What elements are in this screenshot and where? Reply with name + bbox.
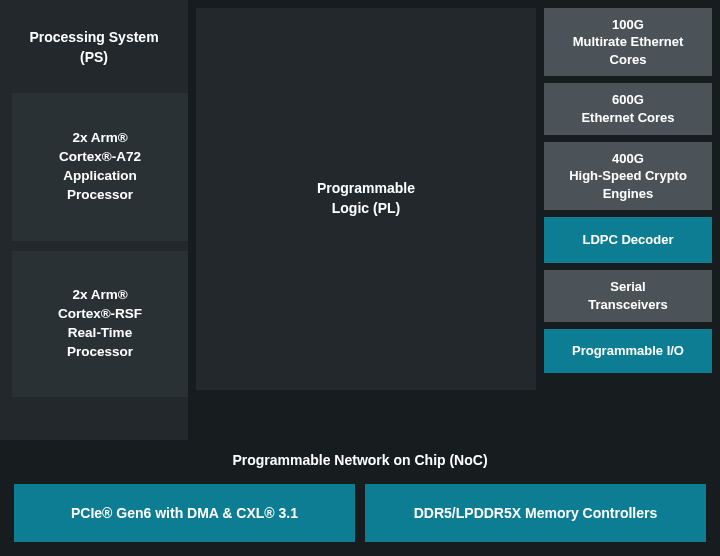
pio-label: Programmable I/O (572, 342, 684, 360)
pcie-label: PCIe® Gen6 with DMA & CXL® 3.1 (71, 505, 298, 521)
noc-label: Programmable Network on Chip (NoC) (0, 440, 720, 484)
serial-label: Serial Transceivers (588, 278, 668, 313)
rt-processor-block: 2x Arm® Cortex®-RSF Real-Time Processor (12, 251, 188, 397)
ps-title-line1: Processing System (29, 29, 158, 45)
ddr-block: DDR5/LPDDR5X Memory Controllers (365, 484, 706, 542)
crypto-400g-label: 400G High-Speed Crypto Engines (569, 150, 687, 203)
ethernet-600g-label: 600G Ethernet Cores (581, 91, 674, 126)
processing-system-header: Processing System (PS) (0, 0, 188, 93)
programmable-logic-block: Programmable Logic (PL) (196, 8, 536, 390)
crypto-400g-block: 400G High-Speed Crypto Engines (544, 142, 712, 210)
processing-system-column: Processing System (PS) 2x Arm® Cortex®-A… (0, 0, 188, 440)
main-diagram-area: Processing System (PS) 2x Arm® Cortex®-A… (0, 0, 720, 440)
ethernet-100g-label: 100G Multirate Ethernet Cores (573, 16, 684, 69)
ps-title-line2: (PS) (80, 49, 108, 65)
programmable-io-block: Programmable I/O (544, 329, 712, 373)
pl-label-line1: Programmable (317, 180, 415, 196)
app-processor-label: 2x Arm® Cortex®-A72 Application Processo… (59, 129, 141, 205)
ethernet-100g-block: 100G Multirate Ethernet Cores (544, 8, 712, 76)
serial-transceivers-block: Serial Transceivers (544, 270, 712, 322)
app-processor-block: 2x Arm® Cortex®-A72 Application Processo… (12, 93, 188, 241)
ldpc-label: LDPC Decoder (582, 231, 673, 249)
ddr-label: DDR5/LPDDR5X Memory Controllers (414, 505, 658, 521)
bottom-row: PCIe® Gen6 with DMA & CXL® 3.1 DDR5/LPDD… (0, 484, 720, 556)
right-column: 100G Multirate Ethernet Cores 600G Ether… (544, 0, 712, 440)
pl-label-line2: Logic (PL) (332, 200, 400, 216)
pcie-block: PCIe® Gen6 with DMA & CXL® 3.1 (14, 484, 355, 542)
ethernet-600g-block: 600G Ethernet Cores (544, 83, 712, 135)
ldpc-decoder-block: LDPC Decoder (544, 217, 712, 263)
center-column: Programmable Logic (PL) (196, 0, 536, 440)
rt-processor-label: 2x Arm® Cortex®-RSF Real-Time Processor (58, 286, 142, 362)
